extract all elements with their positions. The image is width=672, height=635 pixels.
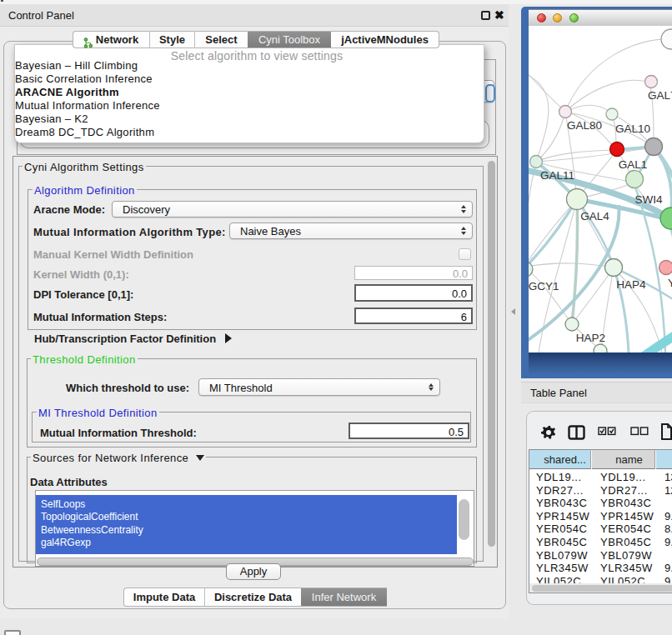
svg-text:GCY1: GCY1 <box>529 280 559 292</box>
svg-text:GAL4: GAL4 <box>580 210 609 222</box>
svg-text:GAL1: GAL1 <box>619 158 648 171</box>
svg-text:GAL7: GAL7 <box>648 89 672 102</box>
svg-text:Y: Y <box>668 277 672 289</box>
svg-text:SWI4: SWI4 <box>634 193 662 206</box>
svg-text:GAL11: GAL11 <box>540 169 574 182</box>
svg-text:GAL80: GAL80 <box>567 119 602 132</box>
svg-text:GAL10: GAL10 <box>615 122 650 135</box>
svg-text:HAP4: HAP4 <box>616 278 646 291</box>
svg-text:HAP2: HAP2 <box>576 332 605 344</box>
